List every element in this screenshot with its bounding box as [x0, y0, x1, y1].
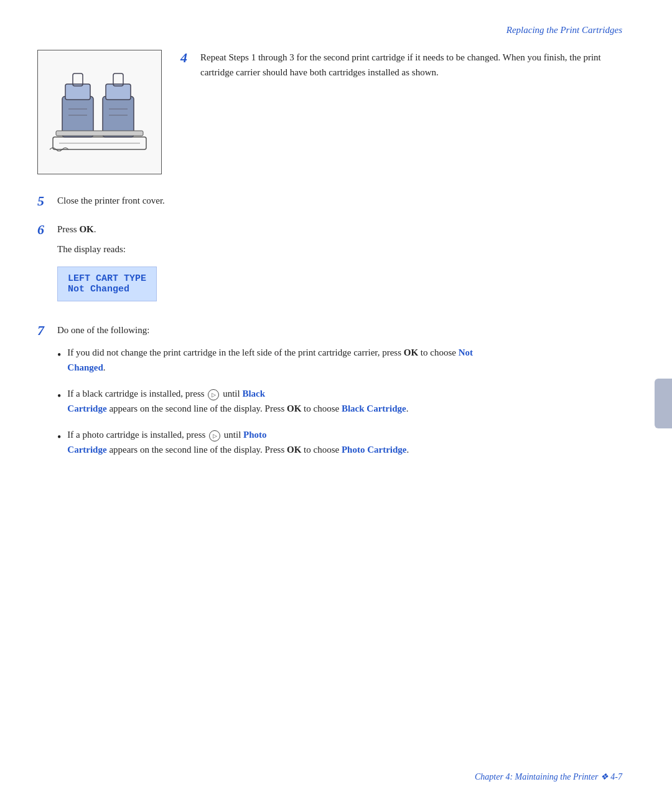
display-line2: Not Changed: [68, 284, 146, 295]
step4-text-block: 4 Repeat Steps 1 through 3 for the secon…: [180, 50, 635, 95]
bullet-dot-1: •: [57, 346, 61, 364]
bullet-list: • If you did not change the print cartri…: [57, 345, 635, 457]
header-title: Replacing the Print Cartridges: [506, 25, 622, 35]
step5-row: 5 Close the printer front cover.: [37, 193, 635, 209]
page-header: Replacing the Print Cartridges: [506, 25, 622, 35]
bullet-1-text: If you did not change the print cartridg…: [67, 345, 473, 375]
step4-text: Repeat Steps 1 through 3 for the second …: [200, 50, 635, 80]
step7-number: 7: [37, 323, 52, 339]
display-box: LEFT CART TYPE Not Changed: [57, 267, 157, 301]
page-footer: Chapter 4: Maintaining the Printer ❖ 4-7: [475, 772, 622, 782]
svg-rect-7: [56, 131, 143, 136]
footer-text: Chapter 4: Maintaining the Printer ❖ 4-7: [475, 772, 622, 781]
display-label: The display reads:: [57, 242, 635, 257]
scroll-icon-3: [209, 430, 220, 441]
step5-text: Close the printer front cover.: [57, 193, 165, 208]
step6-ok: OK: [79, 224, 93, 234]
step6-text: Press OK.: [57, 222, 96, 237]
step6-row: 6 Press OK.: [37, 222, 635, 238]
bullet-item-2: • If a black cartridge is installed, pre…: [57, 386, 635, 416]
step7-container: 7 Do one of the following: • If you did …: [37, 323, 635, 457]
bullet-dot-3: •: [57, 428, 61, 446]
printer-image: [37, 50, 162, 174]
step6-number: 6: [37, 222, 52, 238]
step7-row: 7 Do one of the following:: [37, 323, 635, 339]
right-tab: [655, 379, 672, 428]
bullet-dot-2: •: [57, 387, 61, 405]
bullet-2-text: If a black cartridge is installed, press…: [67, 386, 408, 416]
bullet-item-1: • If you did not change the print cartri…: [57, 345, 635, 375]
display-line1: LEFT CART TYPE: [68, 273, 146, 284]
step5-number: 5: [37, 193, 52, 209]
bullet-3-text: If a photo cartridge is installed, press…: [67, 427, 409, 457]
step4-row: 4 Repeat Steps 1 through 3 for the secon…: [180, 50, 635, 80]
step6-container: 6 Press OK. The display reads: LEFT CART…: [37, 222, 635, 308]
scroll-icon-2: [208, 389, 219, 400]
bullet-item-3: • If a photo cartridge is installed, pre…: [57, 427, 635, 457]
step4-number: 4: [180, 50, 195, 66]
step4-container: 4 Repeat Steps 1 through 3 for the secon…: [37, 50, 635, 174]
step7-text: Do one of the following:: [57, 323, 149, 337]
content-area: 4 Repeat Steps 1 through 3 for the secon…: [37, 50, 635, 757]
